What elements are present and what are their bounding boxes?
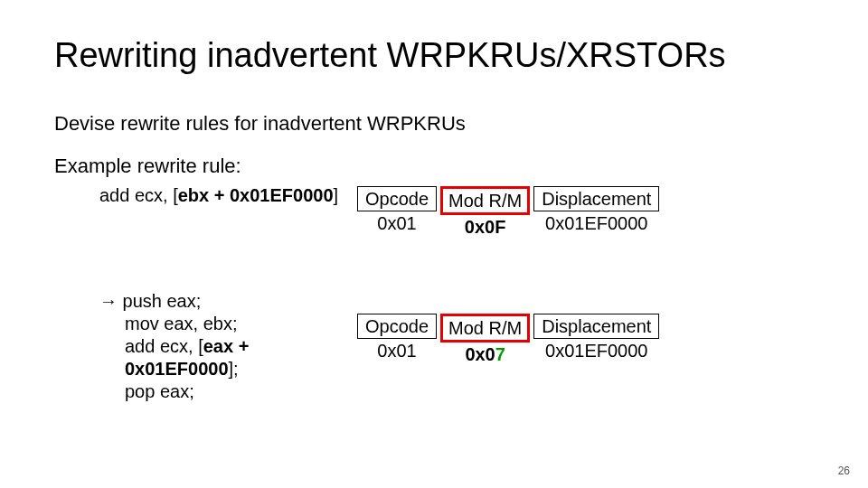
byte-label: Displacement bbox=[533, 314, 659, 339]
bytes-rewritten: Opcode 0x01 Mod R/M 0x07 Displacement 0x… bbox=[357, 290, 659, 365]
bytes-original: Opcode 0x01 Mod R/M 0x0F Displacement 0x… bbox=[357, 184, 659, 238]
byte-label: Opcode bbox=[357, 186, 437, 211]
byte-value: 0x0F bbox=[465, 217, 506, 238]
byte-opcode: Opcode 0x01 bbox=[357, 314, 437, 365]
changed-nibble: 7 bbox=[495, 344, 505, 364]
byte-displacement: Displacement 0x01EF0000 bbox=[533, 186, 659, 238]
example-row-original: add ecx, [ebx + 0x01EF0000] Opcode 0x01 … bbox=[54, 184, 814, 238]
byte-label: Opcode bbox=[357, 314, 437, 339]
example-row-rewritten: → push eax; mov eax, ebx; add ecx, [eax … bbox=[54, 290, 814, 403]
byte-displacement: Displacement 0x01EF0000 bbox=[533, 314, 659, 365]
code-text: ]; bbox=[229, 359, 239, 379]
code-line: mov eax, ebx; bbox=[99, 313, 357, 335]
intro-line-1: Devise rewrite rules for inadvertent WRP… bbox=[54, 111, 814, 137]
code-line: pop eax; bbox=[99, 380, 357, 403]
slide-title: Rewriting inadvertent WRPKRUs/XRSTORs bbox=[54, 36, 814, 75]
code-original: add ecx, [ebx + 0x01EF0000] bbox=[54, 184, 357, 207]
code-text: add ecx, [ bbox=[99, 185, 178, 205]
byte-value: 0x07 bbox=[465, 344, 505, 365]
byte-label-highlight: Mod R/M bbox=[440, 314, 530, 343]
byte-value: 0x01 bbox=[377, 341, 416, 361]
code-text: add ecx, [ bbox=[125, 336, 203, 356]
code-operand: ebx + 0x01EF0000 bbox=[178, 185, 334, 205]
code-rewritten: → push eax; mov eax, ebx; add ecx, [eax … bbox=[54, 290, 357, 403]
byte-label-highlight: Mod R/M bbox=[440, 186, 530, 215]
byte-modrm: Mod R/M 0x07 bbox=[440, 314, 530, 365]
byte-label: Displacement bbox=[533, 186, 659, 211]
intro-line-2: Example rewrite rule: bbox=[54, 154, 814, 180]
byte-modrm: Mod R/M 0x0F bbox=[440, 186, 530, 238]
arrow-icon: → bbox=[99, 291, 118, 311]
byte-value: 0x01EF0000 bbox=[545, 213, 647, 234]
byte-opcode: Opcode 0x01 bbox=[357, 186, 437, 238]
code-line: push eax; bbox=[118, 291, 201, 311]
byte-value: 0x01EF0000 bbox=[545, 341, 647, 361]
page-number: 26 bbox=[838, 465, 850, 477]
byte-value: 0x01 bbox=[377, 213, 416, 234]
code-text: ] bbox=[334, 185, 339, 205]
